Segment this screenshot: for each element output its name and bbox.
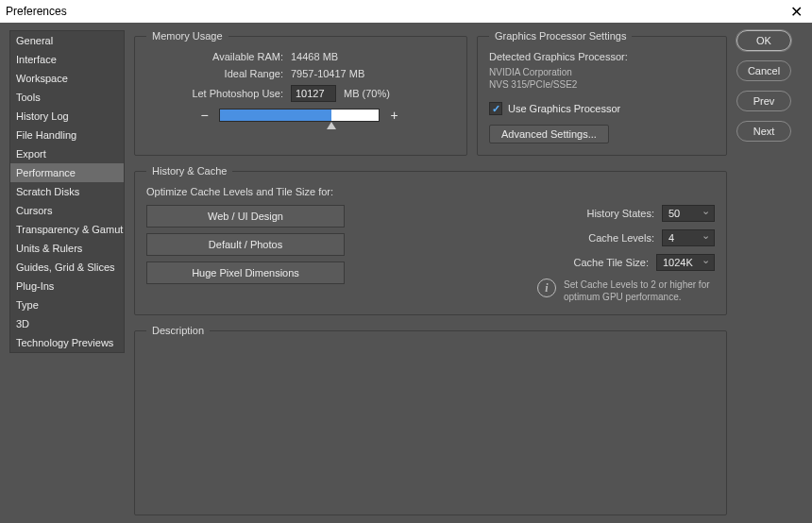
cancel-button[interactable]: Cancel [736,60,791,81]
sidebar-item-tech-previews[interactable]: Technology Previews [10,333,124,352]
window-title: Preferences [6,5,67,18]
cache-tile-select[interactable]: 1024K [656,254,715,271]
memory-slider-fill [220,110,331,121]
ideal-range-label: Ideal Range: [146,68,283,79]
sidebar-item-3d[interactable]: 3D [10,314,124,333]
gpu-vendor: NVIDIA Corporation [489,66,715,78]
history-cache-group: History & Cache Optimize Cache Levels an… [134,165,727,315]
close-icon[interactable]: ✕ [787,3,806,21]
opt-default-photos-button[interactable]: Default / Photos [146,233,345,256]
history-legend: History & Cache [146,165,232,177]
let-use-unit: MB (70%) [344,88,390,99]
opt-huge-pixel-button[interactable]: Huge Pixel Dimensions [146,262,345,284]
description-group: Description [134,325,727,515]
sidebar-item-file-handling[interactable]: File Handling [10,126,124,144]
ok-button[interactable]: OK [736,30,791,51]
sidebar-item-interface[interactable]: Interface [10,50,124,69]
available-ram-value: 14468 MB [291,51,338,62]
sidebar-item-guides-grid-slices[interactable]: Guides, Grid & Slices [10,258,124,277]
detected-gpu-label: Detected Graphics Processor: [489,51,715,62]
description-legend: Description [146,325,210,336]
memory-slider[interactable] [219,109,380,122]
prev-button[interactable]: Prev [736,91,791,111]
sidebar-item-history-log[interactable]: History Log [10,107,124,126]
sidebar-item-cursors[interactable]: Cursors [10,201,124,220]
gpu-settings-group: Graphics Processor Settings Detected Gra… [477,30,727,156]
memory-usage-group: Memory Usage Available RAM: 14468 MB Ide… [134,30,467,156]
memory-minus-button[interactable]: − [197,108,211,122]
use-gpu-label: Use Graphics Processor [508,103,620,114]
cache-tile-label: Cache Tile Size: [574,257,649,268]
use-gpu-checkbox[interactable] [489,102,502,115]
available-ram-label: Available RAM: [146,51,283,62]
memory-slider-marker-icon [327,122,336,129]
gpu-legend: Graphics Processor Settings [489,30,632,42]
sidebar-item-export[interactable]: Export [10,144,124,163]
history-states-select[interactable]: 50 [662,205,715,222]
info-icon: i [537,278,556,297]
ideal-range-value: 7957-10417 MB [291,68,364,79]
let-use-input[interactable] [291,85,336,102]
sidebar-item-workspace[interactable]: Workspace [10,69,124,88]
sidebar-item-tools[interactable]: Tools [10,88,124,107]
let-use-label: Let Photoshop Use: [146,88,283,99]
gpu-model: NVS 315/PCIe/SSE2 [489,78,715,91]
optimize-label: Optimize Cache Levels and Tile Size for: [146,186,715,197]
cache-info-text: Set Cache Levels to 2 or higher for opti… [564,278,715,303]
sidebar-item-units-rulers[interactable]: Units & Rulers [10,239,124,258]
memory-plus-button[interactable]: + [387,108,401,122]
advanced-settings-button[interactable]: Advanced Settings... [489,125,609,143]
history-states-label: History States: [586,208,654,219]
sidebar-item-general[interactable]: General [10,31,124,50]
titlebar: Preferences ✕ [0,0,812,23]
sidebar: General Interface Workspace Tools Histor… [9,30,125,353]
sidebar-item-plugins[interactable]: Plug-Ins [10,277,124,295]
cache-levels-label: Cache Levels: [588,232,654,244]
sidebar-item-type[interactable]: Type [10,295,124,314]
sidebar-item-scratch-disks[interactable]: Scratch Disks [10,182,124,201]
next-button[interactable]: Next [736,121,791,142]
cache-levels-select[interactable]: 4 [662,229,715,246]
memory-legend: Memory Usage [146,30,228,42]
sidebar-item-performance[interactable]: Performance [10,163,124,182]
sidebar-item-transparency-gamut[interactable]: Transparency & Gamut [10,220,124,239]
dialog-buttons: OK Cancel Prev Next [736,30,803,515]
opt-web-ui-button[interactable]: Web / UI Design [146,205,345,228]
